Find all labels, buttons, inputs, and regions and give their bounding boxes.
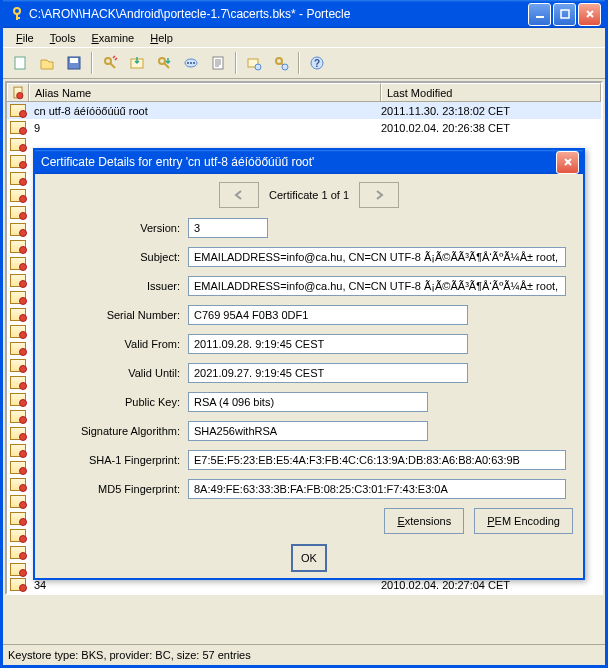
svg-point-12 bbox=[187, 62, 189, 64]
menubar: File Tools Examine Help bbox=[3, 28, 605, 47]
certificate-icon bbox=[10, 444, 26, 457]
menu-help[interactable]: Help bbox=[143, 31, 180, 45]
certificate-icon bbox=[10, 138, 26, 151]
label-sha1: SHA-1 Fingerprint: bbox=[45, 454, 188, 466]
statusbar: Keystore type: BKS, provider: BC, size: … bbox=[3, 644, 605, 665]
certificate-icon bbox=[10, 325, 26, 338]
save-keystore-icon[interactable] bbox=[61, 50, 87, 76]
svg-rect-2 bbox=[16, 17, 20, 19]
certificate-icon bbox=[10, 240, 26, 253]
label-valid-until: Valid Until: bbox=[45, 367, 188, 379]
label-issuer: Issuer: bbox=[45, 280, 188, 292]
svg-rect-4 bbox=[561, 10, 569, 18]
field-serial[interactable]: C769 95A4 F0B3 0DF1 bbox=[188, 305, 468, 325]
label-pubkey: Public Key: bbox=[45, 396, 188, 408]
certificate-icon bbox=[14, 87, 23, 99]
status-text: Keystore type: BKS, provider: BC, size: … bbox=[8, 649, 251, 661]
import-trusted-icon[interactable] bbox=[124, 50, 150, 76]
field-sha1[interactable]: E7:5E:F5:23:EB:E5:4A:F3:FB:4C:C6:13:9A:D… bbox=[188, 450, 566, 470]
certificate-icon bbox=[10, 546, 26, 559]
field-version[interactable]: 3 bbox=[188, 218, 268, 238]
certificate-icon bbox=[10, 495, 26, 508]
certificate-icon bbox=[10, 257, 26, 270]
certificate-details-dialog: Certificate Details for entry 'cn utf-8 … bbox=[33, 148, 585, 580]
extensions-button[interactable]: Extensions bbox=[384, 508, 464, 534]
examine-cert-icon[interactable] bbox=[241, 50, 267, 76]
svg-point-14 bbox=[193, 62, 195, 64]
field-subject[interactable]: EMAILADDRESS=info@ca.hu, CN=CN UTF-8 Ã¡Ã… bbox=[188, 247, 566, 267]
certificate-icon bbox=[10, 308, 26, 321]
set-password-icon[interactable] bbox=[178, 50, 204, 76]
dialog-title: Certificate Details for entry 'cn utf-8 … bbox=[41, 155, 556, 169]
gen-keypair-icon[interactable] bbox=[97, 50, 123, 76]
window-title: C:\ARON\HACK\Android\portecle-1.7\cacert… bbox=[29, 7, 528, 21]
help-icon[interactable]: ? bbox=[304, 50, 330, 76]
keystore-report-icon[interactable] bbox=[205, 50, 231, 76]
menu-file[interactable]: File bbox=[9, 31, 41, 45]
certificate-icon bbox=[10, 427, 26, 440]
svg-rect-15 bbox=[213, 57, 223, 69]
field-issuer[interactable]: EMAILADDRESS=info@ca.hu, CN=CN UTF-8 Ã¡Ã… bbox=[188, 276, 566, 296]
certificate-icon bbox=[10, 393, 26, 406]
field-md5[interactable]: 8A:49:FE:63:33:3B:FA:FB:08:25:C3:01:F7:4… bbox=[188, 479, 566, 499]
table-row[interactable]: 9 2010.02.04. 20:26:38 CET bbox=[7, 119, 601, 136]
open-keystore-icon[interactable] bbox=[34, 50, 60, 76]
col-alias-name[interactable]: Alias Name bbox=[29, 83, 381, 101]
svg-rect-3 bbox=[536, 16, 544, 18]
label-version: Version: bbox=[45, 222, 188, 234]
cell-alias: cn utf-8 áéíóöőúüű root bbox=[29, 105, 376, 117]
field-sigalg[interactable]: SHA256withRSA bbox=[188, 421, 428, 441]
svg-text:?: ? bbox=[314, 58, 320, 69]
certificate-icon bbox=[10, 461, 26, 474]
certificate-icon bbox=[10, 172, 26, 185]
col-last-modified[interactable]: Last Modified bbox=[381, 83, 601, 101]
cell-alias: 9 bbox=[29, 122, 376, 134]
new-keystore-icon[interactable] bbox=[7, 50, 33, 76]
certificate-icon bbox=[10, 206, 26, 219]
main-titlebar: C:\ARON\HACK\Android\portecle-1.7\cacert… bbox=[3, 0, 605, 28]
label-subject: Subject: bbox=[45, 251, 188, 263]
field-pubkey[interactable]: RSA (4 096 bits) bbox=[188, 392, 428, 412]
certificate-icon bbox=[10, 410, 26, 423]
col-icon[interactable] bbox=[7, 83, 29, 101]
field-valid-until[interactable]: 2021.09.27. 9:19:45 CEST bbox=[188, 363, 468, 383]
certificate-icon bbox=[10, 578, 26, 591]
svg-point-13 bbox=[190, 62, 192, 64]
certificate-icon bbox=[10, 342, 26, 355]
svg-point-19 bbox=[282, 64, 288, 70]
svg-rect-5 bbox=[15, 57, 25, 69]
svg-rect-7 bbox=[70, 58, 78, 63]
label-valid-from: Valid From: bbox=[45, 338, 188, 350]
minimize-button[interactable] bbox=[528, 3, 551, 26]
certificate-icon bbox=[10, 104, 26, 117]
certificate-icon bbox=[10, 478, 26, 491]
cell-modified: 2010.02.04. 20:27:04 CET bbox=[376, 579, 601, 591]
prev-cert-button[interactable] bbox=[219, 182, 259, 208]
certificate-icon bbox=[10, 563, 26, 576]
certificate-icon bbox=[10, 223, 26, 236]
menu-tools[interactable]: Tools bbox=[43, 31, 83, 45]
cell-modified: 2010.02.04. 20:26:38 CET bbox=[376, 122, 601, 134]
maximize-button[interactable] bbox=[553, 3, 576, 26]
certificate-icon bbox=[10, 121, 26, 134]
import-keypair-icon[interactable] bbox=[151, 50, 177, 76]
certificate-icon bbox=[10, 155, 26, 168]
label-serial: Serial Number: bbox=[45, 309, 188, 321]
cert-position: Certificate 1 of 1 bbox=[269, 189, 349, 201]
certificate-icon bbox=[10, 274, 26, 287]
ok-button[interactable]: OK bbox=[291, 544, 327, 572]
cell-alias: 34 bbox=[29, 579, 376, 591]
table-row[interactable]: cn utf-8 áéíóöőúüű root 2011.11.30. 23:1… bbox=[7, 102, 601, 119]
next-cert-button[interactable] bbox=[359, 182, 399, 208]
label-sigalg: Signature Algorithm: bbox=[45, 425, 188, 437]
pem-encoding-button[interactable]: PEM Encoding bbox=[474, 508, 573, 534]
menu-examine[interactable]: Examine bbox=[84, 31, 141, 45]
app-icon bbox=[9, 6, 25, 22]
examine-ssl-icon[interactable] bbox=[268, 50, 294, 76]
field-valid-from[interactable]: 2011.09.28. 9:19:45 CEST bbox=[188, 334, 468, 354]
svg-point-17 bbox=[255, 64, 261, 70]
close-button[interactable] bbox=[578, 3, 601, 26]
label-md5: MD5 Fingerprint: bbox=[45, 483, 188, 495]
certificate-icon bbox=[10, 529, 26, 542]
dialog-close-button[interactable] bbox=[556, 151, 579, 174]
